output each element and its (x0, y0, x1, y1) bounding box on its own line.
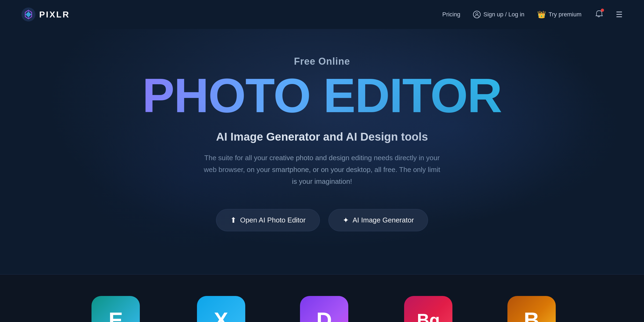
app-item-designer[interactable]: D Pixlr Designer Template & Animate (299, 296, 349, 322)
navbar: PIXLR Pricing Sign up / Log in 👑 Try pre… (0, 0, 644, 29)
app-item-removebg[interactable]: Bg Remove bg AI Background Erase (403, 296, 454, 322)
designer-icon: D (300, 296, 348, 322)
hero-subtitle: AI Image Generator and AI Design tools (21, 130, 623, 143)
express-icon: X (197, 296, 245, 322)
notification-dot (601, 9, 604, 12)
batch-icon: B (507, 296, 556, 322)
premium-label: Try premium (548, 11, 581, 18)
wand-icon: ✦ (343, 216, 349, 225)
hamburger-menu[interactable]: ☰ (616, 10, 623, 19)
app-item-editor[interactable]: E Pixlr Editor Advanced Photo Editor (88, 296, 143, 322)
open-editor-label: Open AI Photo Editor (240, 216, 306, 224)
pixlr-logo-icon (21, 8, 35, 21)
removebg-icon: Bg (404, 296, 452, 322)
hero-section: Free Online PHOTO EDITOR AI Image Genera… (0, 29, 644, 275)
nav-actions: Pricing Sign up / Log in 👑 Try premium ☰ (442, 10, 623, 19)
apps-grid: E Pixlr Editor Advanced Photo Editor X P… (21, 296, 623, 322)
upload-icon: ⬆ (230, 216, 236, 225)
ai-generator-button[interactable]: ✦ AI Image Generator (328, 209, 428, 231)
hero-cta-buttons: ⬆ Open AI Photo Editor ✦ AI Image Genera… (21, 209, 623, 231)
open-editor-button[interactable]: ⬆ Open AI Photo Editor (216, 209, 320, 231)
svg-point-2 (476, 13, 478, 15)
signup-link[interactable]: Sign up / Log in (473, 11, 524, 18)
ai-generator-label: AI Image Generator (353, 216, 414, 224)
hero-description: The suite for all your creative photo an… (201, 152, 443, 188)
app-item-express[interactable]: X Pixlr Express AI Photo Editor (197, 296, 245, 322)
user-icon (473, 11, 481, 18)
app-item-batch[interactable]: B Batch Editor Bulk Photo Editing (507, 296, 556, 322)
hero-title: PHOTO EDITOR (21, 71, 623, 120)
editor-icon: E (92, 296, 140, 322)
notifications-bell[interactable] (594, 10, 603, 19)
logo[interactable]: PIXLR (21, 8, 70, 21)
premium-link[interactable]: 👑 Try premium (537, 10, 581, 19)
apps-section: E Pixlr Editor Advanced Photo Editor X P… (0, 275, 644, 322)
signup-label: Sign up / Log in (483, 11, 524, 18)
crown-icon: 👑 (537, 10, 546, 19)
pricing-link[interactable]: Pricing (442, 11, 460, 18)
logo-text: PIXLR (39, 10, 70, 20)
removebg-letter: Bg (417, 310, 440, 322)
hero-free-online: Free Online (21, 56, 623, 67)
